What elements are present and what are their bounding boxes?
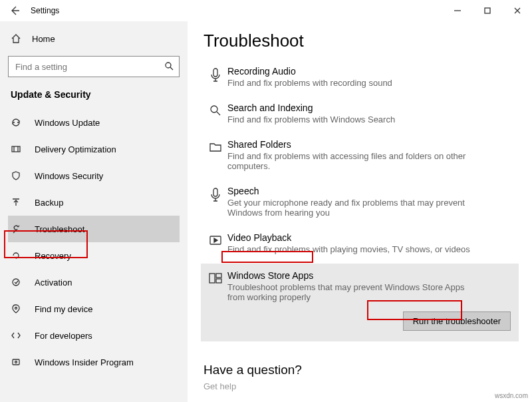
- shield-icon: [11, 170, 21, 181]
- troubleshoot-item-recording-audio[interactable]: Recording Audio Find and fix problems wi…: [203, 61, 516, 97]
- recovery-icon: [11, 250, 21, 261]
- ts-desc: Find and fix problems with Windows Searc…: [227, 114, 480, 124]
- sidebar-item-windows-security[interactable]: Windows Security: [8, 162, 180, 189]
- sidebar-item-label: Recovery: [35, 251, 71, 261]
- close-icon: [514, 7, 521, 14]
- window-title: Settings: [31, 6, 59, 15]
- search-icon: [209, 104, 222, 117]
- ts-desc: Get your microphone ready and fix proble…: [227, 198, 480, 218]
- svg-rect-7: [213, 69, 217, 77]
- svg-rect-12: [216, 274, 221, 278]
- sidebar-item-find-my-device[interactable]: Find my device: [8, 296, 180, 322]
- ts-title: Search and Indexing: [227, 102, 516, 113]
- sidebar-item-label: Activation: [35, 278, 72, 288]
- ts-title: Speech: [227, 186, 516, 196]
- svg-rect-5: [13, 359, 19, 365]
- svg-rect-9: [213, 188, 217, 196]
- ts-title: Recording Audio: [227, 66, 516, 77]
- arrow-left-icon: [9, 5, 20, 16]
- svg-point-3: [13, 279, 19, 286]
- minimize-button[interactable]: [442, 0, 472, 21]
- insider-icon: [11, 357, 21, 367]
- ts-desc: Find and fix problems with playing movie…: [227, 244, 480, 254]
- sidebar-item-label: Windows Security: [35, 171, 103, 181]
- sidebar-item-label: For developers: [35, 331, 92, 341]
- sidebar-item-label: Delivery Optimization: [35, 144, 116, 154]
- close-button[interactable]: [502, 0, 532, 21]
- troubleshoot-item-search-indexing[interactable]: Search and Indexing Find and fix problem…: [203, 97, 516, 134]
- folder-icon: [209, 140, 222, 154]
- ts-desc: Find and fix problems with accessing fil…: [227, 151, 480, 171]
- sidebar-item-troubleshoot[interactable]: Troubleshoot: [8, 216, 180, 242]
- ts-desc: Find and fix problems with recording sou…: [227, 78, 480, 88]
- svg-rect-13: [216, 279, 221, 283]
- home-label: Home: [32, 34, 55, 44]
- sidebar-item-label: Windows Update: [35, 118, 100, 128]
- wrench-icon: [11, 224, 21, 234]
- ts-title: Windows Store Apps: [227, 270, 511, 281]
- svg-rect-2: [12, 146, 20, 152]
- minimize-icon: [454, 7, 461, 14]
- svg-rect-0: [485, 8, 490, 13]
- watermark: wsxdn.com: [495, 392, 528, 399]
- svg-rect-11: [209, 274, 215, 283]
- sidebar-item-label: Troubleshoot: [35, 224, 84, 234]
- backup-icon: [11, 197, 21, 208]
- home-icon: [11, 33, 21, 44]
- location-icon: [11, 303, 21, 314]
- search-input[interactable]: [8, 56, 180, 77]
- developer-icon: [11, 330, 21, 341]
- delivery-icon: [11, 144, 21, 154]
- sidebar-item-for-developers[interactable]: For developers: [8, 322, 180, 349]
- ts-title: Video Playback: [227, 232, 516, 243]
- get-help-link[interactable]: Get help: [203, 381, 516, 391]
- sidebar-item-recovery[interactable]: Recovery: [8, 242, 180, 269]
- microphone-icon: [209, 67, 222, 83]
- back-button[interactable]: [7, 3, 23, 19]
- sidebar-item-backup[interactable]: Backup: [8, 189, 180, 216]
- apps-icon: [208, 272, 223, 285]
- maximize-button[interactable]: [472, 0, 502, 21]
- section-title: Update & Security: [8, 89, 180, 100]
- svg-point-4: [15, 307, 17, 309]
- activation-icon: [11, 277, 21, 288]
- sync-icon: [11, 117, 21, 128]
- sidebar-item-delivery-optimization[interactable]: Delivery Optimization: [8, 136, 180, 162]
- troubleshoot-item-speech[interactable]: Speech Get your microphone ready and fix…: [203, 180, 516, 227]
- search-field[interactable]: [9, 57, 179, 77]
- maximize-icon: [484, 7, 491, 14]
- sidebar-item-label: Find my device: [35, 304, 92, 314]
- search-icon: [164, 61, 174, 71]
- page-title: Troubleshoot: [203, 31, 516, 51]
- sidebar-item-activation[interactable]: Activation: [8, 269, 180, 296]
- question-heading: Have a question?: [203, 363, 516, 377]
- troubleshoot-item-video-playback[interactable]: Video Playback Find and fix problems wit…: [203, 227, 516, 264]
- ts-desc: Troubleshoot problems that may prevent W…: [227, 282, 480, 302]
- ts-title: Shared Folders: [227, 139, 516, 150]
- sidebar-item-label: Backup: [35, 198, 63, 208]
- svg-point-8: [211, 106, 217, 112]
- video-icon: [209, 234, 222, 247]
- sidebar-item-label: Windows Insider Program: [35, 357, 134, 367]
- svg-point-6: [15, 361, 17, 363]
- microphone-icon: [209, 187, 222, 203]
- run-troubleshooter-button[interactable]: Run the troubleshooter: [403, 311, 511, 331]
- troubleshoot-item-windows-store-apps[interactable]: Windows Store Apps Troubleshoot problems…: [201, 264, 519, 341]
- svg-point-1: [166, 63, 171, 68]
- sidebar-item-windows-update[interactable]: Windows Update: [8, 109, 180, 136]
- sidebar-item-windows-insider[interactable]: Windows Insider Program: [8, 349, 180, 375]
- troubleshoot-item-shared-folders[interactable]: Shared Folders Find and fix problems wit…: [203, 134, 516, 180]
- home-button[interactable]: Home: [8, 27, 180, 51]
